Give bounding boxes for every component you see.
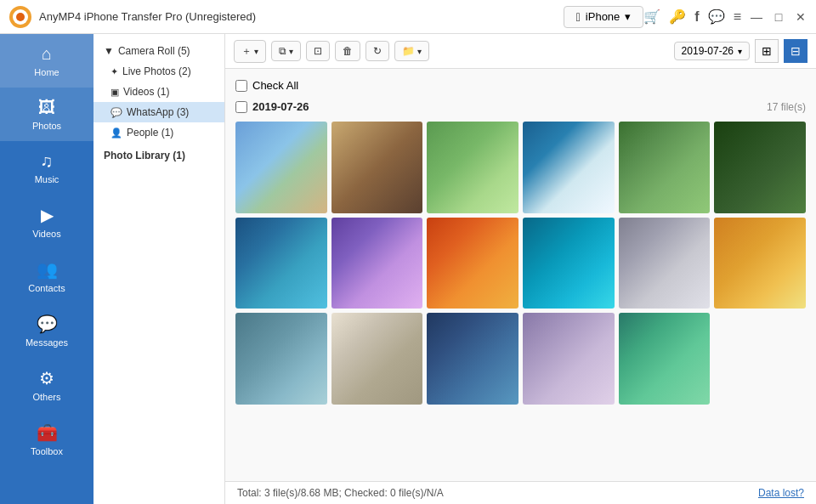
toolbox-icon: 🧰	[37, 422, 58, 443]
status-bar: Total: 3 file(s)/8.68 MB; Checked: 0 fil…	[225, 481, 816, 504]
refresh-icon: ↻	[373, 45, 382, 57]
add-icon: ＋	[241, 44, 252, 59]
data-lost-link[interactable]: Data lost?	[758, 487, 804, 499]
contacts-icon: 👥	[37, 259, 58, 280]
sidebar-item-toolbox[interactable]: 🧰 Toolbox	[0, 412, 94, 467]
main-layout: ⌂ Home 🖼 Photos ♫ Music ▶ Videos 👥 Conta…	[0, 34, 816, 504]
photo-cell-16[interactable]	[523, 313, 615, 405]
photo-area: Check All 2019-07-26 17 file(s)	[225, 69, 816, 481]
toolbar: ＋ ▾ ⧉ ▾ ⊡ 🗑 ↻ 📁 ▾ 2019-07-26	[225, 34, 816, 69]
check-all-row: Check All	[235, 76, 806, 97]
key-icon[interactable]: 🔑	[669, 8, 686, 25]
export-icon: ⊡	[314, 45, 322, 57]
menu-icon[interactable]: ≡	[734, 9, 741, 25]
photo-cell-1[interactable]	[235, 122, 327, 213]
minimize-button[interactable]: —	[750, 10, 763, 24]
folder-chevron: ▾	[417, 47, 422, 56]
folder-icon: 📁	[402, 45, 415, 57]
videos-tree-icon: ▣	[110, 87, 119, 98]
apple-icon: 	[576, 10, 581, 24]
photo-cell-9[interactable]	[427, 218, 518, 309]
sidebar-item-home[interactable]: ⌂ Home	[0, 34, 94, 88]
date-checkbox[interactable]	[235, 101, 247, 113]
sidebar-label-contacts: Contacts	[28, 283, 65, 293]
device-name: iPhone	[586, 10, 620, 23]
home-icon: ⌂	[42, 44, 52, 64]
photo-cell-14[interactable]	[332, 313, 423, 405]
large-grid-icon: ⊟	[790, 44, 801, 58]
sidebar-item-photos[interactable]: 🖼 Photos	[0, 88, 94, 141]
check-all-label: Check All	[252, 79, 298, 92]
check-all-checkbox[interactable]	[235, 80, 247, 92]
delete-icon: 🗑	[343, 45, 353, 57]
copy-chevron: ▾	[289, 47, 293, 56]
refresh-button[interactable]: ↻	[366, 41, 389, 61]
photo-cell-17[interactable]	[619, 313, 711, 405]
view-small-grid-button[interactable]: ⊞	[755, 39, 779, 63]
sidebar-item-contacts[interactable]: 👥 Contacts	[0, 249, 94, 303]
photo-cell-5[interactable]	[619, 122, 711, 213]
photo-library-label: Photo Library (1)	[104, 150, 185, 161]
date-section-row: 2019-07-26 17 file(s)	[235, 97, 806, 116]
whatsapp-item[interactable]: 💬 WhatsApp (3)	[94, 102, 224, 122]
people-item[interactable]: 👤 People (1)	[94, 122, 224, 143]
cart-icon[interactable]: 🛒	[643, 8, 660, 25]
others-icon: ⚙	[39, 368, 54, 388]
sidebar-item-others[interactable]: ⚙ Others	[0, 358, 94, 412]
sidebar-item-music[interactable]: ♫ Music	[0, 141, 94, 195]
view-large-grid-button[interactable]: ⊟	[784, 39, 808, 63]
date-section-text: 2019-07-26	[252, 100, 309, 113]
photo-cell-8[interactable]	[332, 218, 423, 309]
photo-cell-4[interactable]	[523, 122, 615, 213]
copy-button[interactable]: ⧉ ▾	[271, 41, 301, 61]
facebook-icon[interactable]: f	[694, 9, 699, 25]
sidebar-label-videos: Videos	[32, 229, 60, 239]
photo-cell-10[interactable]	[523, 218, 615, 309]
whatsapp-icon: 💬	[110, 107, 122, 118]
content-area: ＋ ▾ ⧉ ▾ ⊡ 🗑 ↻ 📁 ▾ 2019-07-26	[225, 34, 816, 504]
date-selector[interactable]: 2019-07-26 ▾	[674, 42, 750, 60]
camera-roll-label: Camera Roll (5)	[118, 45, 190, 57]
small-grid-icon: ⊞	[762, 44, 772, 58]
delete-button[interactable]: 🗑	[335, 41, 360, 61]
sidebar-item-messages[interactable]: 💬 Messages	[0, 303, 94, 358]
sidebar-label-others: Others	[32, 392, 60, 402]
videos-tree-item[interactable]: ▣ Videos (1)	[94, 82, 224, 102]
title-bar: AnyMP4 iPhone Transfer Pro (Unregistered…	[0, 0, 816, 34]
photo-cell-7[interactable]	[235, 218, 327, 309]
videos-icon: ▶	[41, 205, 54, 225]
photo-cell-15[interactable]	[427, 313, 518, 405]
sidebar-label-home: Home	[34, 67, 59, 77]
photo-cell-13[interactable]	[235, 313, 327, 405]
messages-icon: 💬	[37, 314, 58, 334]
export-button[interactable]: ⊡	[306, 41, 330, 61]
device-selector[interactable]:  iPhone ▾	[564, 6, 644, 28]
date-chevron: ▾	[738, 47, 742, 56]
people-icon: 👤	[110, 127, 122, 139]
sidebar-label-messages: Messages	[26, 337, 68, 348]
date-value: 2019-07-26	[682, 45, 734, 57]
close-button[interactable]: ✕	[794, 10, 808, 24]
add-button[interactable]: ＋ ▾	[234, 40, 266, 63]
photo-cell-3[interactable]	[427, 122, 518, 213]
photo-cell-12[interactable]	[714, 218, 806, 309]
people-label: People (1)	[127, 127, 173, 139]
camera-roll-header[interactable]: ▼ Camera Roll (5)	[94, 41, 224, 61]
status-total: Total: 3 file(s)/8.68 MB; Checked: 0 fil…	[237, 487, 444, 499]
file-count: 17 file(s)	[767, 101, 806, 113]
photo-cell-6[interactable]	[714, 122, 806, 213]
sidebar-item-videos[interactable]: ▶ Videos	[0, 195, 94, 249]
photo-library-header[interactable]: Photo Library (1)	[94, 143, 224, 166]
sidebar-label-photos: Photos	[32, 121, 61, 131]
photo-cell-2[interactable]	[332, 122, 423, 213]
chat-icon[interactable]: 💬	[708, 8, 725, 25]
music-icon: ♫	[41, 151, 54, 171]
photo-cell-11[interactable]	[619, 218, 711, 309]
maximize-button[interactable]: □	[772, 10, 785, 24]
app-logo	[8, 5, 32, 29]
live-photos-icon: ✦	[110, 66, 118, 77]
live-photos-label: Live Photos (2)	[122, 65, 191, 77]
title-bar-icons: 🛒 🔑 f 💬 ≡ — □ ✕	[643, 8, 808, 25]
live-photos-item[interactable]: ✦ Live Photos (2)	[94, 61, 224, 82]
folder-button[interactable]: 📁 ▾	[394, 41, 429, 61]
